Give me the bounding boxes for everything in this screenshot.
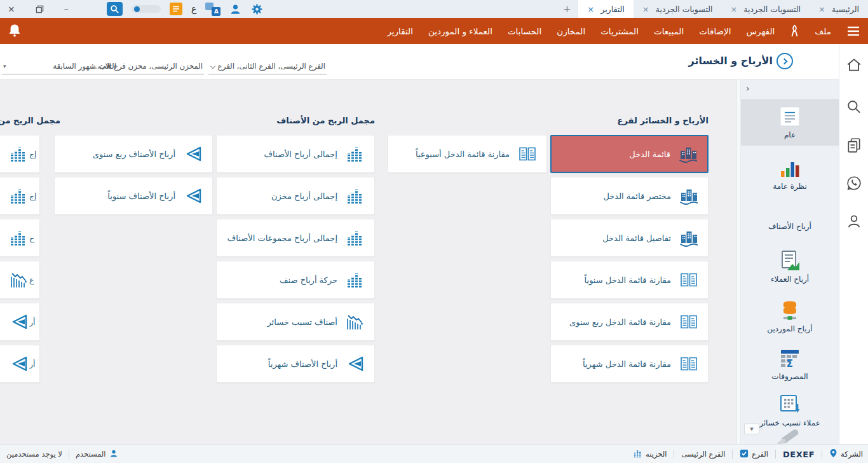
report-tile[interactable]: حركة أرباح صنف bbox=[216, 261, 375, 299]
toggle-slider[interactable] bbox=[132, 5, 161, 13]
menu-item[interactable]: المخازن bbox=[557, 26, 585, 36]
search-icon[interactable] bbox=[846, 99, 862, 115]
report-tile[interactable]: مقارنة قائمة الدخل أسبوعياً bbox=[388, 135, 547, 173]
pin-icon bbox=[829, 448, 837, 460]
menu-item[interactable]: الإضافات bbox=[699, 26, 731, 36]
vertical-scrollbar[interactable] bbox=[736, 79, 741, 444]
close-window-icon[interactable]: × bbox=[8, 4, 15, 13]
tab-item[interactable]: الرئيسية× bbox=[810, 0, 868, 18]
tile-label: حركة أرباح صنف bbox=[280, 275, 337, 285]
menu-item[interactable]: المبيعات bbox=[654, 26, 684, 36]
menu-item[interactable]: الفهرس bbox=[746, 26, 775, 36]
tile-label: مقارنة قائمة الدخل أسبوعياً bbox=[416, 149, 510, 159]
separator bbox=[69, 450, 69, 459]
tab-close-icon[interactable]: × bbox=[642, 4, 649, 14]
report-tile[interactable]: مقارنة قائمة الدخل ربع سنوى bbox=[550, 303, 709, 341]
equalizer-icon bbox=[345, 230, 365, 246]
menu-item[interactable]: ملف bbox=[815, 26, 831, 36]
menu-item[interactable]: الحسابات bbox=[508, 26, 541, 36]
triangle-icon bbox=[183, 146, 203, 162]
status-label: DEXEF bbox=[783, 450, 815, 459]
status-item[interactable]: الفرع الرئيسى bbox=[681, 450, 725, 459]
restore-window-icon[interactable] bbox=[36, 5, 44, 13]
status-item[interactable]: الشركة bbox=[829, 448, 863, 460]
filter-dropdown[interactable]: الفرع الرئيسى, الفرع الثانى, الفرع bbox=[208, 60, 327, 74]
user-profile-icon[interactable] bbox=[229, 3, 241, 15]
separator bbox=[822, 450, 822, 459]
tab-item[interactable]: التسويات الجردية× bbox=[721, 0, 810, 18]
sidebar-item[interactable]: أرباح الأصناف bbox=[741, 220, 839, 231]
brand-logo[interactable]: DEXEF bbox=[783, 450, 815, 459]
report-tile-cut[interactable]: إج bbox=[0, 177, 40, 215]
menu-item[interactable]: العملاء و الموردين bbox=[428, 26, 492, 36]
report-tile[interactable]: إجمالى أرباح مخزن bbox=[216, 177, 375, 215]
hamburger-icon[interactable] bbox=[846, 25, 860, 37]
sidebar-item[interactable]: نظرة عامة bbox=[741, 151, 839, 191]
equalizer-icon bbox=[345, 146, 365, 162]
tile-label: مقارنة قائمة الدخل شهرياً bbox=[583, 359, 671, 369]
tile-label: أرباح الأصناف شهرياً bbox=[268, 359, 337, 369]
equalizer-icon bbox=[345, 272, 365, 288]
status-item[interactable]: الفرع bbox=[740, 449, 768, 460]
menu-item[interactable]: المشتريات bbox=[600, 26, 639, 36]
whatsapp-icon[interactable] bbox=[846, 175, 862, 191]
translate-icon[interactable]: A bbox=[205, 3, 220, 16]
sidebar-item[interactable]: عملاء تسبب خسائر bbox=[741, 387, 839, 427]
tile-label: تفاصيل قائمة الدخل bbox=[602, 233, 671, 243]
report-tile[interactable]: أرباح الأصناف ربع سنوى bbox=[54, 135, 213, 173]
report-tile[interactable]: مقارنة قائمة الدخل سنوياً bbox=[550, 261, 709, 299]
filter-dropdown[interactable]: ▾المخزن الرئيسى, مخزن فرع الب... bbox=[107, 60, 204, 74]
status-item[interactable]: المستخدم bbox=[76, 449, 118, 460]
sidebar-item[interactable]: أرباح الموردين bbox=[741, 293, 839, 333]
tile-label-partial: ع bbox=[29, 275, 39, 285]
menu-item[interactable]: التقارير bbox=[387, 26, 413, 36]
tile-label: أصناف تسبب خسائر bbox=[267, 317, 337, 327]
comparison-table-icon bbox=[679, 356, 699, 371]
tile-label: قائمة الدخل bbox=[629, 149, 670, 159]
copy-docs-icon[interactable] bbox=[846, 137, 862, 153]
report-tile-cut[interactable]: إج bbox=[0, 135, 40, 173]
tab-close-icon[interactable]: × bbox=[587, 4, 594, 14]
report-tile-cut[interactable]: ع bbox=[0, 261, 40, 299]
search-button[interactable] bbox=[107, 2, 123, 16]
expand-circle-button[interactable] bbox=[776, 53, 793, 69]
sidebar-scroll-down-button[interactable]: ▼ bbox=[744, 424, 759, 434]
sidebar-item[interactable]: أرباح العملاء bbox=[741, 244, 839, 284]
new-tab-button[interactable]: + bbox=[556, 0, 579, 18]
settings-gear-icon[interactable] bbox=[250, 3, 264, 16]
home-icon[interactable] bbox=[846, 57, 862, 73]
filter-dropdown[interactable]: ▾الثلاث شهور السابقة bbox=[2, 60, 118, 74]
col-weekly: مقارنة قائمة الدخل أسبوعياً bbox=[388, 135, 547, 173]
tab-active[interactable]: التقارير× bbox=[578, 0, 634, 18]
report-tile[interactable]: أرباح الأصناف سنوياً bbox=[54, 177, 213, 215]
orange-list-button[interactable] bbox=[170, 3, 182, 15]
report-tile[interactable]: تفاصيل قائمة الدخل bbox=[550, 219, 709, 257]
minimize-window-icon[interactable]: – bbox=[64, 4, 69, 13]
status-label: الشركة bbox=[841, 450, 863, 459]
status-label: الفرع الرئيسى bbox=[681, 450, 725, 459]
report-tile-cut[interactable]: أر bbox=[0, 345, 40, 383]
report-tile[interactable]: إجمالى أرباح مجموعات الأصناف bbox=[216, 219, 375, 257]
report-tile-cut[interactable]: ح bbox=[0, 219, 40, 257]
page-title: الأرباح و الخسائر bbox=[688, 55, 773, 67]
status-item[interactable]: الخزينه bbox=[633, 448, 667, 460]
report-tile[interactable]: مقارنة قائمة الدخل شهرياً bbox=[550, 345, 709, 383]
notifications-bell-icon[interactable] bbox=[8, 23, 22, 41]
report-tile[interactable]: أصناف تسبب خسائر bbox=[216, 303, 375, 341]
report-tile[interactable]: قائمة الدخل bbox=[550, 135, 709, 173]
sidebar-item[interactable]: Σالمصروفات bbox=[741, 341, 839, 381]
dropdown-arrow-icon bbox=[210, 64, 215, 69]
report-tile-cut[interactable]: أر bbox=[0, 303, 40, 341]
report-tile[interactable]: إجمالى أرباح الأصناف bbox=[216, 135, 375, 173]
tab-close-icon[interactable]: × bbox=[730, 4, 737, 14]
report-tile[interactable]: أرباح الأصناف شهرياً bbox=[216, 345, 375, 383]
chevron-right-icon bbox=[782, 58, 788, 64]
tab-label: الرئيسية bbox=[832, 4, 859, 14]
status-item[interactable]: لا يوجد مستخدمين bbox=[6, 450, 62, 459]
sidebar-item[interactable]: عام bbox=[741, 99, 839, 146]
report-tile[interactable]: مختصر قائمة الدخل bbox=[550, 177, 709, 215]
tab-item[interactable]: التسويات الجردية× bbox=[634, 0, 722, 18]
person-icon[interactable] bbox=[846, 213, 862, 230]
tile-label: أرباح الأصناف ربع سنوى bbox=[93, 149, 175, 159]
tab-close-icon[interactable]: × bbox=[818, 4, 825, 14]
